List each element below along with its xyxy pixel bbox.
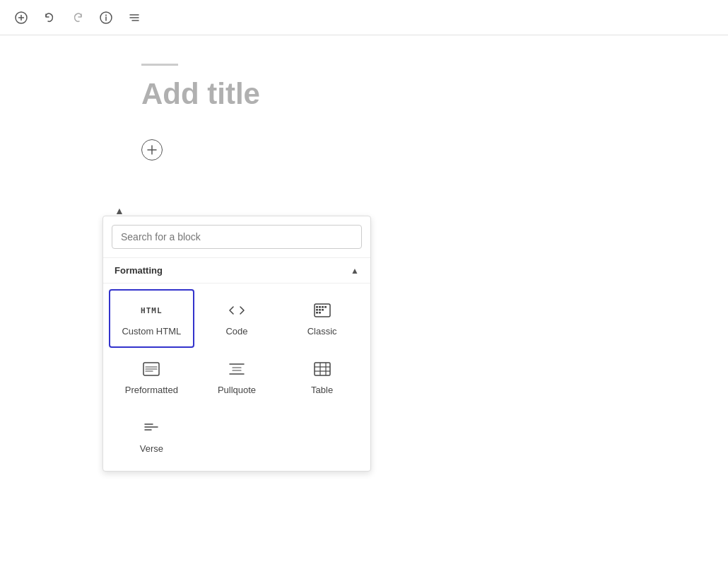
undo-icon <box>43 11 56 24</box>
svg-rect-20 <box>319 312 321 314</box>
svg-point-5 <box>105 14 107 16</box>
svg-rect-18 <box>322 309 324 311</box>
code-icon <box>229 300 245 320</box>
block-label-pullquote: Pullquote <box>218 385 256 395</box>
block-label-code: Code <box>225 326 247 337</box>
plus-icon <box>147 145 157 155</box>
svg-rect-15 <box>324 306 327 308</box>
block-label-verse: Verse <box>140 443 163 454</box>
blocks-grid: HTML Custom HTML Code <box>103 284 370 471</box>
search-container <box>103 216 370 258</box>
preformatted-icon <box>143 359 160 379</box>
info-button[interactable] <box>93 5 119 30</box>
table-icon <box>314 359 331 379</box>
title-divider <box>141 64 178 66</box>
block-inserter-panel: ▲ Formatting ▲ HTML Custom HTML <box>102 216 371 472</box>
block-label-table: Table <box>311 385 333 395</box>
menu-icon <box>128 11 141 24</box>
block-label-preformatted: Preformatted <box>125 385 178 395</box>
svg-rect-12 <box>316 306 318 308</box>
block-item-table[interactable]: Table <box>279 348 365 407</box>
section-label: Formatting <box>115 265 163 276</box>
svg-rect-19 <box>316 312 318 314</box>
toolbar <box>0 0 728 35</box>
block-item-code[interactable]: Code <box>194 289 280 348</box>
svg-rect-29 <box>315 363 330 375</box>
block-item-classic[interactable]: Classic <box>279 289 365 348</box>
info-icon <box>100 11 112 24</box>
pullquote-icon <box>228 359 245 379</box>
block-item-verse[interactable]: Verse <box>109 407 194 465</box>
chevron-up-icon: ▲ <box>351 266 359 276</box>
undo-button[interactable] <box>37 5 62 30</box>
add-block-toolbar-button[interactable] <box>8 5 34 30</box>
block-label-classic: Classic <box>307 326 337 337</box>
page-title[interactable]: Add title <box>141 77 728 111</box>
redo-button[interactable] <box>65 5 90 30</box>
verse-icon <box>143 418 160 438</box>
add-block-button[interactable] <box>141 139 163 160</box>
plus-circle-icon <box>15 11 28 24</box>
panel-arrow: ▲ <box>115 205 124 216</box>
classic-icon <box>314 300 331 320</box>
svg-rect-17 <box>319 309 321 311</box>
menu-button[interactable] <box>122 5 147 30</box>
redo-icon <box>71 11 84 24</box>
formatting-section-header[interactable]: Formatting ▲ <box>103 258 370 284</box>
editor-area: Add title ▲ Formatting ▲ HTML Custom HTM… <box>0 35 728 189</box>
svg-rect-14 <box>322 306 324 308</box>
svg-rect-16 <box>316 309 318 311</box>
custom-html-icon: HTML <box>141 300 163 320</box>
search-input[interactable] <box>112 225 362 249</box>
block-label-custom-html: Custom HTML <box>122 326 181 337</box>
block-item-preformatted[interactable]: Preformatted <box>109 348 194 407</box>
block-item-pullquote[interactable]: Pullquote <box>194 348 280 407</box>
svg-rect-13 <box>319 306 321 308</box>
block-item-custom-html[interactable]: HTML Custom HTML <box>109 289 194 348</box>
